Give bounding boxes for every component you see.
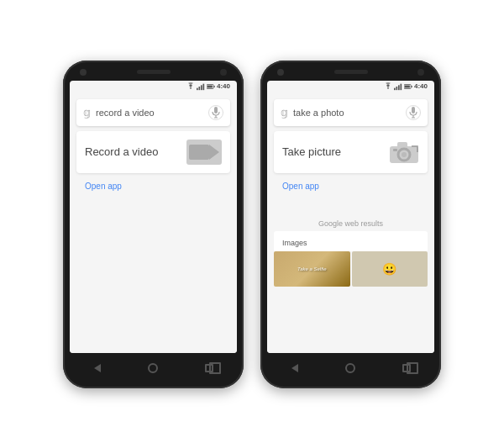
battery-icon-left: [207, 82, 215, 91]
wifi-icon-right: [384, 82, 392, 91]
back-icon-right: [291, 364, 298, 372]
screen-left: 4:40 𝕘 record a video Record a video: [70, 81, 237, 353]
back-button-right[interactable]: [286, 360, 303, 377]
search-bar-right[interactable]: 𝕘 take a photo: [274, 99, 428, 126]
screen-rest-left: [70, 194, 237, 353]
result-card-left: Record a video: [76, 131, 230, 173]
svg-rect-11: [396, 87, 397, 90]
svg-rect-17: [412, 107, 415, 113]
sensor-left: [220, 69, 227, 76]
status-time-right: 4:40: [414, 82, 428, 90]
battery-icon-right: [404, 82, 412, 91]
nav-bar-left: [70, 353, 237, 380]
search-bar-left[interactable]: 𝕘 record a video: [76, 99, 230, 126]
phone-left-body: 4:40 𝕘 record a video Record a video: [63, 61, 244, 388]
camera-icon-right: [389, 140, 419, 165]
speaker-right: [334, 70, 368, 74]
nav-bar-right: [267, 353, 434, 380]
camera-svg-right: [389, 140, 419, 164]
web-results-label-container: Google web results: [267, 211, 434, 231]
web-results-label: Google web results: [318, 219, 383, 228]
image-thumb-2: 😀: [352, 251, 428, 287]
phone-top-right: [267, 69, 434, 81]
svg-rect-21: [397, 142, 407, 148]
svg-rect-13: [400, 83, 402, 90]
signal-icon-left: [197, 82, 205, 91]
result-label-right: Take picture: [282, 145, 341, 158]
home-icon-left: [148, 363, 158, 373]
search-query-left: record a video: [96, 108, 208, 118]
status-bar-left: 4:40: [70, 81, 237, 92]
front-camera-right: [277, 69, 284, 76]
image-thumb-1: Take a Selfie: [274, 251, 350, 287]
status-time-left: 4:40: [217, 82, 230, 90]
svg-rect-5: [213, 86, 214, 87]
svg-rect-1: [198, 87, 200, 90]
recent-icon-right: [402, 364, 411, 372]
home-button-right[interactable]: [342, 360, 359, 377]
svg-rect-24: [393, 149, 397, 151]
front-camera-left: [80, 69, 87, 76]
image-row-right: Take a Selfie 😀: [274, 251, 428, 287]
speaker-left: [137, 70, 171, 74]
recent-button-right[interactable]: [398, 360, 415, 377]
images-tab-container[interactable]: Images: [274, 231, 428, 251]
sensor-right: [417, 69, 424, 76]
recent-icon-left: [205, 364, 213, 372]
result-label-left: Record a video: [85, 145, 158, 158]
svg-rect-6: [207, 85, 213, 87]
home-icon-right: [345, 363, 355, 373]
video-camera-icon-left: [186, 140, 222, 165]
svg-point-23: [402, 152, 407, 157]
signal-icon-right: [394, 82, 402, 91]
phone-right: 4:40 𝕘 take a photo Take picture: [260, 61, 441, 388]
google-g-icon-right: 𝕘: [281, 106, 288, 119]
svg-rect-10: [394, 87, 396, 90]
thumb-1-label: Take a Selfie: [297, 266, 326, 271]
result-card-right: Take picture: [274, 131, 428, 173]
mic-svg-right: [409, 107, 417, 119]
svg-rect-3: [202, 83, 204, 90]
svg-rect-0: [197, 87, 198, 90]
back-icon-left: [94, 364, 101, 372]
wifi-icon-left: [186, 82, 195, 91]
svg-rect-15: [411, 86, 412, 87]
mic-button-left[interactable]: [208, 105, 223, 120]
phone-top-left: [70, 69, 237, 81]
svg-rect-12: [398, 85, 400, 90]
screen-right: 4:40 𝕘 take a photo Take picture: [267, 81, 434, 353]
phone-right-body: 4:40 𝕘 take a photo Take picture: [260, 61, 441, 388]
google-g-icon-left: 𝕘: [83, 106, 91, 119]
svg-rect-2: [201, 85, 202, 90]
svg-rect-16: [405, 85, 410, 87]
status-bar-right: 4:40: [267, 81, 434, 92]
svg-rect-7: [214, 107, 218, 113]
meme-face-icon: 😀: [382, 262, 396, 276]
web-results-area: Google web results Images Take a Selfie …: [267, 194, 434, 353]
recent-button-left[interactable]: [201, 360, 218, 377]
open-app-link-right[interactable]: Open app: [282, 182, 419, 191]
back-button-left[interactable]: [89, 360, 106, 377]
images-tab-label: Images: [282, 239, 307, 247]
home-button-left[interactable]: [144, 360, 161, 377]
mic-svg-left: [212, 107, 220, 119]
phone-left: 4:40 𝕘 record a video Record a video: [63, 61, 244, 388]
search-query-right: take a photo: [293, 108, 406, 118]
spacer-right: [267, 194, 434, 211]
mic-button-right[interactable]: [406, 105, 421, 120]
open-app-link-left[interactable]: Open app: [85, 182, 222, 191]
